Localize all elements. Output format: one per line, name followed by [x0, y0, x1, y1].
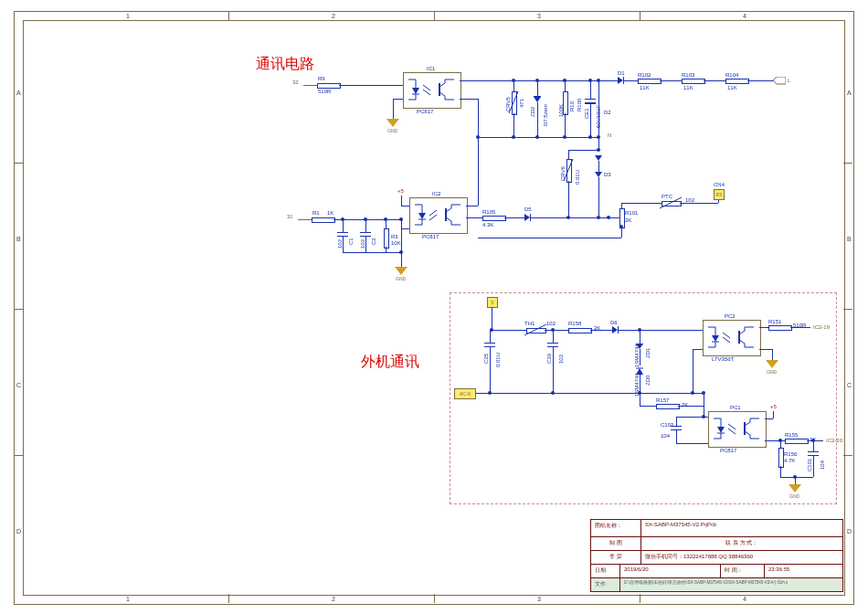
wire [807, 440, 823, 441]
netlabel-N: N [608, 132, 611, 138]
val-pc1: PC817 [720, 448, 736, 453]
ruler-row: B [16, 236, 21, 242]
tb-drawing-name-label: 图纸名称： [591, 520, 641, 536]
wire [401, 228, 409, 229]
junction [588, 135, 592, 139]
wire [693, 349, 693, 393]
wire [460, 99, 478, 100]
val-r1: 1K [327, 210, 333, 216]
wire [640, 330, 640, 344]
wire [676, 417, 704, 418]
tb-contact-label: 联 系 方 式： [641, 537, 842, 550]
val-c39: 102 [558, 355, 564, 364]
title-block: 图纸名称： SX-SABP-M37545-V2.PrjPcb 制 图 联 系 方… [590, 519, 843, 592]
wire [773, 411, 774, 418]
wire [598, 177, 599, 217]
ref-d3: D3 [604, 172, 611, 177]
wire [537, 102, 538, 137]
wire [790, 327, 810, 328]
wire [478, 238, 621, 238]
port-L [773, 77, 786, 85]
junction [399, 217, 403, 221]
gnd-icon [395, 267, 408, 275]
junction [702, 391, 705, 395]
svg-marker-0 [412, 88, 419, 94]
resistor-r151 [768, 325, 792, 331]
ref-c2: C2 [371, 238, 376, 245]
junction [607, 216, 610, 219]
junction [588, 79, 592, 82]
ruler-col: 4 [743, 13, 746, 19]
ref-r101: R101 [625, 210, 638, 216]
wire [568, 181, 569, 217]
tb-date: 2019/6/20 [620, 565, 721, 577]
wire [534, 96, 541, 97]
resistor-r102 [638, 79, 662, 84]
junction [535, 79, 539, 82]
ref-r155: R155 [785, 432, 798, 438]
wire [343, 236, 344, 252]
junction [535, 135, 539, 139]
val-r10: 100K [558, 104, 564, 117]
svg-marker-24 [717, 427, 725, 433]
ref-r151: R151 [768, 319, 781, 324]
val-th1: 102 [546, 321, 556, 326]
ref-r156: R156 [784, 451, 797, 457]
netlabel-plus5: +5 [770, 404, 777, 409]
netlabel-32: 32 [292, 79, 299, 85]
svg-line-10 [429, 210, 437, 216]
ref-r105: R105 [482, 209, 495, 215]
junction [793, 475, 797, 479]
junction [563, 135, 566, 139]
wire [553, 347, 554, 393]
wire [492, 330, 526, 331]
val-zd2: D7.5zenr [543, 104, 548, 126]
wire [466, 217, 482, 218]
junction [597, 79, 600, 82]
ref-ic2: IC2 [432, 191, 440, 196]
svg-marker-5 [773, 77, 786, 84]
wire [590, 104, 591, 137]
ref-ptc: PTC [662, 194, 672, 199]
wire [640, 393, 640, 406]
ruler-row: C [16, 382, 21, 388]
wire [401, 228, 402, 267]
ruler-col: 4 [743, 596, 746, 602]
ref-d6: D6 [610, 320, 618, 325]
val-crv5: 471 [519, 99, 524, 108]
val-r9: 510R [318, 89, 331, 94]
ref-c35: C35 [483, 354, 489, 364]
wire [640, 349, 640, 365]
ruler-col: 2 [332, 596, 335, 602]
ref-r102: R102 [638, 72, 651, 78]
svg-line-3 [423, 90, 430, 95]
svg-line-27 [728, 429, 736, 434]
junction [638, 328, 641, 332]
junction [512, 79, 515, 82]
tb-file: D:\自用电路图\未画好\李吉旅的\SX-SABP-M37545-V2\SX-S… [620, 578, 842, 591]
wire [298, 219, 312, 220]
tb-author-label: 制 图 [591, 537, 641, 550]
resistor-r103 [682, 79, 705, 84]
val-c35: 0.01U [495, 353, 501, 367]
wire [401, 196, 402, 206]
wire [365, 219, 366, 232]
ref-zd1: ZD1 [645, 348, 651, 358]
junction [490, 328, 493, 332]
ref-pc2: PC2 [725, 313, 736, 319]
resistor-r158 [568, 328, 592, 333]
wire [704, 443, 708, 444]
junction [384, 217, 387, 221]
wire [530, 217, 609, 218]
junction [551, 391, 555, 395]
svg-marker-12 [418, 213, 426, 219]
val-pc2: LTV356T [712, 356, 734, 362]
ref-c1: C1 [348, 238, 354, 245]
svg-line-2 [423, 85, 430, 90]
tb-time: 23:36:55 [765, 565, 842, 577]
opto-symbol-pc2 [704, 322, 757, 353]
wire [660, 80, 682, 81]
ref-r10: R10 [569, 101, 575, 111]
wire [478, 99, 479, 137]
wire [565, 113, 566, 137]
